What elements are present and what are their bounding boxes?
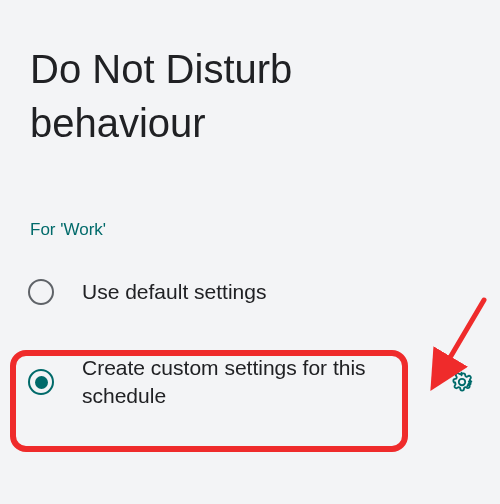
gear-icon [451, 371, 473, 393]
option-label: Create custom settings for this schedule [82, 354, 444, 411]
option-label: Use default settings [82, 278, 444, 306]
radio-unchecked-icon [28, 279, 54, 305]
section-label: For 'Work' [0, 160, 500, 264]
spacer [0, 320, 500, 348]
radio-checked-icon [28, 369, 54, 395]
page-title: Do Not Disturb behaviour [0, 0, 500, 160]
option-create-custom[interactable]: Create custom settings for this schedule [0, 348, 500, 417]
option-use-default[interactable]: Use default settings [0, 264, 500, 320]
settings-gear-button[interactable] [444, 371, 480, 393]
